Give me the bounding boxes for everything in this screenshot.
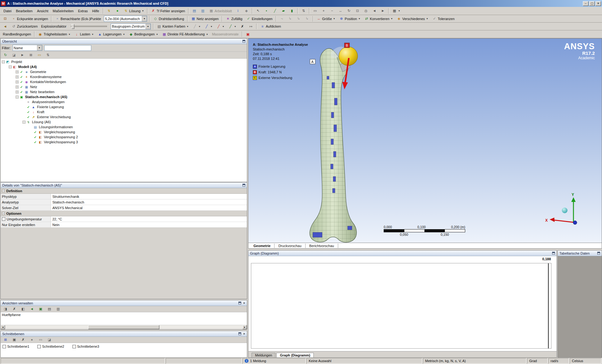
graphics-viewport[interactable]: A B: [248, 39, 602, 243]
pin-icon[interactable]: [238, 332, 241, 335]
metric-display-icon[interactable]: ▤: [190, 8, 198, 14]
tree-item[interactable]: ✓◧Vergleichsspannung: [1, 129, 247, 135]
position-dropdown[interactable]: ⊕Position▼: [338, 16, 362, 22]
view-export-icon[interactable]: ▥: [54, 306, 62, 312]
maximize-button[interactable]: [589, 1, 595, 6]
tree-sort-icon[interactable]: ⇅: [44, 52, 52, 58]
view-apply-icon[interactable]: ◄: [28, 306, 36, 312]
ansys-command-icon[interactable]: ▣: [244, 31, 252, 37]
thicken-button[interactable]: ≡Aufdicken: [258, 24, 282, 29]
zoom-in-icon[interactable]: +: [320, 8, 328, 14]
tree-item[interactable]: ≡Analyseeinstellungen: [1, 99, 247, 104]
statusbar-messages[interactable]: 1 Meldung: [242, 358, 306, 364]
slider-thumb[interactable]: [72, 24, 74, 29]
fit-view-icon[interactable]: ⊡: [354, 8, 361, 14]
edge-colors-dropdown[interactable]: ▧Kanten Farben▼: [155, 24, 190, 29]
previous-view-icon[interactable]: ◄: [370, 8, 378, 14]
tree-item[interactable]: −◧Modell (A4): [1, 64, 247, 69]
tab-graph-diagramm-[interactable]: Graph (Diagramm): [276, 353, 314, 357]
edge-joints-icon[interactable]: ✗: [238, 24, 246, 29]
tab-berichtvorschau[interactable]: Berichtvorschau: [306, 244, 338, 248]
tree-item[interactable]: +✓+Koordinatensysteme: [1, 74, 247, 79]
solve-lightning-icon[interactable]: ↯: [105, 8, 113, 14]
tree-item[interactable]: +✓▦Netz: [1, 84, 247, 89]
pin-icon[interactable]: [597, 252, 600, 255]
filter-type-combo[interactable]: Name ▼: [13, 45, 42, 51]
cross-section-solid-icon[interactable]: ↳: [303, 16, 311, 22]
vertex-select-icon[interactable]: ▪: [263, 8, 270, 14]
convert-dropdown[interactable]: ⇄Konvertieren▼: [363, 16, 394, 22]
checkbox[interactable]: [72, 345, 76, 348]
rescale-annotation-icon[interactable]: ¬: [278, 16, 286, 22]
details-row-value[interactable]: Statisch-mechanisch: [51, 199, 247, 205]
details-section-header[interactable]: −Optionen: [1, 211, 247, 216]
statusbar-units[interactable]: Metrisch (m, kg, N, s, V, A): [423, 358, 526, 364]
tree-edit-icon[interactable]: ◪: [10, 52, 18, 58]
tree-refresh-icon[interactable]: ↻: [2, 52, 9, 58]
statusbar-temperature-unit[interactable]: Celsius: [570, 358, 601, 364]
tree-expand-all-icon[interactable]: ⊞: [27, 52, 35, 58]
conditions-dropdown[interactable]: ◆Bedingungen▼: [127, 31, 160, 37]
chevron-down-icon[interactable]: ▼: [146, 24, 151, 29]
tab-druckvorschau[interactable]: Druckvorschau: [274, 244, 305, 248]
body-select-icon[interactable]: ▮: [288, 8, 296, 14]
misc-dropdown[interactable]: ◈Verschiedenes▼: [395, 16, 430, 22]
tree-item[interactable]: −◩Projekt: [1, 59, 247, 64]
annotation-preferences-button[interactable]: ✓Einstellungen: [245, 16, 274, 22]
minimize-button[interactable]: [583, 1, 589, 6]
new-section-plane-icon[interactable]: ⊞: [2, 337, 9, 343]
tree-expand-toggle[interactable]: +: [16, 86, 19, 88]
environment-button[interactable]: Randbedingungen: [1, 32, 33, 37]
chevron-down-icon[interactable]: ▼: [37, 45, 42, 50]
details-row-value[interactable]: 22, °C: [51, 216, 247, 222]
edge-option-1-dropdown[interactable]: ╱▼: [191, 24, 202, 29]
tree-expand-toggle[interactable]: +: [16, 76, 19, 78]
solution-dropdown[interactable]: ↯Lösung▼: [122, 8, 146, 14]
zoom-box-icon[interactable]: ▭: [311, 8, 319, 14]
tree-expand-toggle[interactable]: −: [2, 61, 5, 63]
views-horizontal-scrollbar[interactable]: ◄ ►: [1, 325, 247, 329]
view-delete-icon[interactable]: ✗: [10, 306, 18, 312]
zoom-out-icon[interactable]: −: [328, 8, 336, 14]
filter-input[interactable]: [44, 45, 91, 51]
section-sphere-icon[interactable]: ●: [28, 337, 36, 343]
select-mode-icon[interactable]: ↖: [254, 8, 262, 14]
extend-selection-icon[interactable]: ⇅: [300, 8, 307, 14]
tag-icon[interactable]: ◆: [242, 8, 250, 14]
scrollbar-thumb[interactable]: [88, 325, 159, 329]
statusbar-angle-unit[interactable]: Grad: [527, 358, 548, 364]
tree-expand-toggle[interactable]: +: [16, 81, 19, 83]
tab-geometrie[interactable]: Geometrie: [250, 244, 274, 248]
magnifier-icon[interactable]: ◎: [362, 8, 370, 14]
time-cursor-line[interactable]: [548, 263, 549, 348]
size-dropdown[interactable]: ↔Größe▼: [315, 16, 337, 22]
show-vertices-button[interactable]: ▫Eckpunkte anzeigen: [10, 16, 50, 22]
pan-icon[interactable]: ↔: [337, 8, 344, 14]
close-button[interactable]: [595, 1, 601, 6]
tree-item[interactable]: +✓◉Kontakte/Verbindungen: [1, 79, 247, 84]
tree-item[interactable]: −↯Lösung (A6): [1, 119, 247, 124]
wireframe-button[interactable]: ◇Drahtdarstellung: [152, 16, 186, 22]
pin-icon[interactable]: [242, 40, 245, 43]
view-capture-icon[interactable]: ◨: [2, 306, 9, 312]
tree-expand-toggle[interactable]: −: [9, 66, 12, 68]
beam-direction-icon[interactable]: ↳: [286, 16, 294, 22]
details-row-value[interactable]: Strukturmechanik: [51, 194, 247, 199]
chevron-down-icon[interactable]: ▼: [142, 16, 147, 21]
triad-iso-sphere[interactable]: [562, 208, 567, 213]
view-import-icon[interactable]: ▤: [45, 306, 53, 312]
tree-item[interactable]: ✓↓Kraft: [1, 109, 247, 114]
face-select-icon[interactable]: ▰: [280, 8, 287, 14]
menu-bearbeiten[interactable]: Bearbeiten: [14, 8, 35, 14]
tree-item[interactable]: −▣Statisch-mechanisch (A5): [1, 94, 247, 99]
view-list-item[interactable]: Hueftpfanne: [1, 312, 247, 317]
close-icon[interactable]: [243, 302, 245, 305]
reset-button[interactable]: ↺Zurücksetzen: [10, 24, 39, 29]
edge-option-2-dropdown[interactable]: ╱▼: [203, 24, 214, 29]
edge-option-4-dropdown[interactable]: ╱▼: [226, 24, 238, 29]
section-collapse-toggle[interactable]: −: [2, 212, 5, 215]
tree-item[interactable]: +✓▦Netz bearbeiten: [1, 89, 247, 94]
tree-item[interactable]: ✓▲Fixierte Lagerung: [1, 104, 247, 109]
adjacent-vertices-button[interactable]: ▫Benachbarte (Eck-)Punkte: [53, 16, 103, 22]
show-mesh-button[interactable]: ▦Netz anzeigen: [189, 16, 220, 22]
